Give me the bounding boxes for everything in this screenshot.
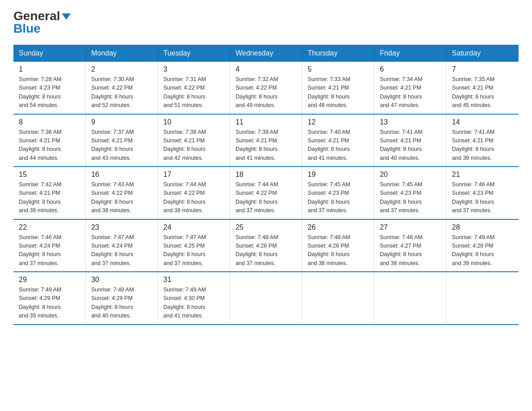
- day-number: 10: [163, 118, 224, 126]
- day-info: Sunrise: 7:49 AMSunset: 4:30 PMDaylight:…: [163, 286, 224, 321]
- header: General Blue: [13, 9, 519, 36]
- calendar-cell: 6 Sunrise: 7:34 AMSunset: 4:21 PMDayligh…: [374, 62, 446, 114]
- day-info: Sunrise: 7:37 AMSunset: 4:21 PMDaylight:…: [91, 128, 152, 163]
- logo: General Blue: [13, 9, 71, 36]
- weekday-header-tuesday: Tuesday: [158, 45, 230, 62]
- calendar-table: SundayMondayTuesdayWednesdayThursdayFrid…: [13, 45, 519, 325]
- weekday-header-friday: Friday: [374, 45, 446, 62]
- calendar-cell: [446, 272, 519, 325]
- day-info: Sunrise: 7:41 AMSunset: 4:21 PMDaylight:…: [452, 128, 513, 163]
- calendar-cell: 28 Sunrise: 7:49 AMSunset: 4:28 PMDaylig…: [446, 219, 519, 272]
- day-info: Sunrise: 7:35 AMSunset: 4:21 PMDaylight:…: [452, 75, 513, 110]
- day-info: Sunrise: 7:41 AMSunset: 4:21 PMDaylight:…: [380, 128, 441, 163]
- day-info: Sunrise: 7:49 AMSunset: 4:29 PMDaylight:…: [19, 286, 80, 321]
- calendar-week-row: 15 Sunrise: 7:42 AMSunset: 4:21 PMDaylig…: [13, 167, 519, 219]
- calendar-cell: 4 Sunrise: 7:32 AMSunset: 4:22 PMDayligh…: [230, 62, 302, 114]
- calendar-cell: 1 Sunrise: 7:28 AMSunset: 4:23 PMDayligh…: [13, 62, 86, 114]
- calendar-cell: [302, 272, 374, 325]
- day-info: Sunrise: 7:46 AMSunset: 4:24 PMDaylight:…: [19, 233, 80, 268]
- day-info: Sunrise: 7:45 AMSunset: 4:23 PMDaylight:…: [380, 180, 441, 215]
- weekday-header-wednesday: Wednesday: [230, 45, 302, 62]
- day-number: 11: [236, 118, 296, 126]
- calendar-cell: 10 Sunrise: 7:38 AMSunset: 4:21 PMDaylig…: [158, 114, 230, 167]
- day-info: Sunrise: 7:49 AMSunset: 4:28 PMDaylight:…: [452, 233, 513, 268]
- calendar-cell: 11 Sunrise: 7:39 AMSunset: 4:21 PMDaylig…: [230, 114, 302, 167]
- calendar-cell: 22 Sunrise: 7:46 AMSunset: 4:24 PMDaylig…: [13, 219, 86, 272]
- day-number: 15: [19, 171, 80, 179]
- day-number: 31: [163, 276, 224, 284]
- day-number: 12: [308, 118, 369, 126]
- calendar-cell: 8 Sunrise: 7:36 AMSunset: 4:21 PMDayligh…: [13, 114, 86, 167]
- day-number: 23: [91, 223, 152, 231]
- calendar-cell: 18 Sunrise: 7:44 AMSunset: 4:22 PMDaylig…: [230, 167, 302, 219]
- calendar-cell: 3 Sunrise: 7:31 AMSunset: 4:22 PMDayligh…: [158, 62, 230, 114]
- day-info: Sunrise: 7:44 AMSunset: 4:22 PMDaylight:…: [236, 180, 296, 215]
- day-info: Sunrise: 7:28 AMSunset: 4:23 PMDaylight:…: [19, 75, 80, 110]
- day-info: Sunrise: 7:40 AMSunset: 4:21 PMDaylight:…: [308, 128, 369, 163]
- calendar-cell: 24 Sunrise: 7:47 AMSunset: 4:25 PMDaylig…: [158, 219, 230, 272]
- weekday-header-sunday: Sunday: [13, 45, 86, 62]
- day-info: Sunrise: 7:33 AMSunset: 4:21 PMDaylight:…: [308, 75, 369, 110]
- calendar-cell: 23 Sunrise: 7:47 AMSunset: 4:24 PMDaylig…: [86, 219, 158, 272]
- calendar-cell: 19 Sunrise: 7:45 AMSunset: 4:23 PMDaylig…: [302, 167, 374, 219]
- calendar-cell: 27 Sunrise: 7:48 AMSunset: 4:27 PMDaylig…: [374, 219, 446, 272]
- calendar-cell: 2 Sunrise: 7:30 AMSunset: 4:22 PMDayligh…: [86, 62, 158, 114]
- weekday-header-row: SundayMondayTuesdayWednesdayThursdayFrid…: [13, 45, 519, 62]
- calendar-cell: 17 Sunrise: 7:44 AMSunset: 4:22 PMDaylig…: [158, 167, 230, 219]
- calendar-cell: 25 Sunrise: 7:48 AMSunset: 4:26 PMDaylig…: [230, 219, 302, 272]
- day-number: 21: [452, 171, 513, 179]
- calendar-cell: 13 Sunrise: 7:41 AMSunset: 4:21 PMDaylig…: [374, 114, 446, 167]
- weekday-header-thursday: Thursday: [302, 45, 374, 62]
- weekday-header-saturday: Saturday: [446, 45, 519, 62]
- day-number: 7: [452, 65, 513, 73]
- day-number: 1: [19, 65, 80, 73]
- day-number: 26: [308, 223, 369, 231]
- day-info: Sunrise: 7:47 AMSunset: 4:24 PMDaylight:…: [91, 233, 152, 268]
- day-number: 27: [380, 223, 441, 231]
- day-number: 8: [19, 118, 80, 126]
- calendar-cell: 9 Sunrise: 7:37 AMSunset: 4:21 PMDayligh…: [86, 114, 158, 167]
- day-number: 6: [380, 65, 441, 73]
- calendar-cell: 26 Sunrise: 7:48 AMSunset: 4:26 PMDaylig…: [302, 219, 374, 272]
- day-number: 18: [236, 171, 296, 179]
- logo-blue-text: Blue: [13, 21, 41, 36]
- calendar-cell: 21 Sunrise: 7:46 AMSunset: 4:23 PMDaylig…: [446, 167, 519, 219]
- day-number: 2: [91, 65, 152, 73]
- calendar-cell: 16 Sunrise: 7:43 AMSunset: 4:22 PMDaylig…: [86, 167, 158, 219]
- calendar-week-row: 22 Sunrise: 7:46 AMSunset: 4:24 PMDaylig…: [13, 219, 519, 272]
- calendar-week-row: 29 Sunrise: 7:49 AMSunset: 4:29 PMDaylig…: [13, 272, 519, 325]
- day-info: Sunrise: 7:39 AMSunset: 4:21 PMDaylight:…: [236, 128, 296, 163]
- day-info: Sunrise: 7:48 AMSunset: 4:26 PMDaylight:…: [236, 233, 296, 268]
- day-info: Sunrise: 7:47 AMSunset: 4:25 PMDaylight:…: [163, 233, 224, 268]
- weekday-header-monday: Monday: [86, 45, 158, 62]
- day-info: Sunrise: 7:38 AMSunset: 4:21 PMDaylight:…: [163, 128, 224, 163]
- day-info: Sunrise: 7:31 AMSunset: 4:22 PMDaylight:…: [163, 75, 224, 110]
- day-info: Sunrise: 7:48 AMSunset: 4:27 PMDaylight:…: [380, 233, 441, 268]
- day-info: Sunrise: 7:34 AMSunset: 4:21 PMDaylight:…: [380, 75, 441, 110]
- day-number: 20: [380, 171, 441, 179]
- day-info: Sunrise: 7:45 AMSunset: 4:23 PMDaylight:…: [308, 180, 369, 215]
- day-number: 13: [380, 118, 441, 126]
- calendar-cell: 29 Sunrise: 7:49 AMSunset: 4:29 PMDaylig…: [13, 272, 86, 325]
- day-number: 28: [452, 223, 513, 231]
- day-info: Sunrise: 7:48 AMSunset: 4:26 PMDaylight:…: [308, 233, 369, 268]
- day-number: 14: [452, 118, 513, 126]
- calendar-cell: 15 Sunrise: 7:42 AMSunset: 4:21 PMDaylig…: [13, 167, 86, 219]
- day-number: 22: [19, 223, 80, 231]
- calendar-cell: [230, 272, 302, 325]
- day-info: Sunrise: 7:30 AMSunset: 4:22 PMDaylight:…: [91, 75, 152, 110]
- day-number: 3: [163, 65, 224, 73]
- day-number: 30: [91, 276, 152, 284]
- calendar-cell: 7 Sunrise: 7:35 AMSunset: 4:21 PMDayligh…: [446, 62, 519, 114]
- day-info: Sunrise: 7:43 AMSunset: 4:22 PMDaylight:…: [91, 180, 152, 215]
- calendar-week-row: 8 Sunrise: 7:36 AMSunset: 4:21 PMDayligh…: [13, 114, 519, 167]
- calendar-cell: 5 Sunrise: 7:33 AMSunset: 4:21 PMDayligh…: [302, 62, 374, 114]
- calendar-cell: [374, 272, 446, 325]
- day-number: 5: [308, 65, 369, 73]
- day-number: 17: [163, 171, 224, 179]
- day-number: 25: [236, 223, 296, 231]
- day-number: 16: [91, 171, 152, 179]
- day-number: 24: [163, 223, 224, 231]
- calendar-cell: 14 Sunrise: 7:41 AMSunset: 4:21 PMDaylig…: [446, 114, 519, 167]
- day-info: Sunrise: 7:46 AMSunset: 4:23 PMDaylight:…: [452, 180, 513, 215]
